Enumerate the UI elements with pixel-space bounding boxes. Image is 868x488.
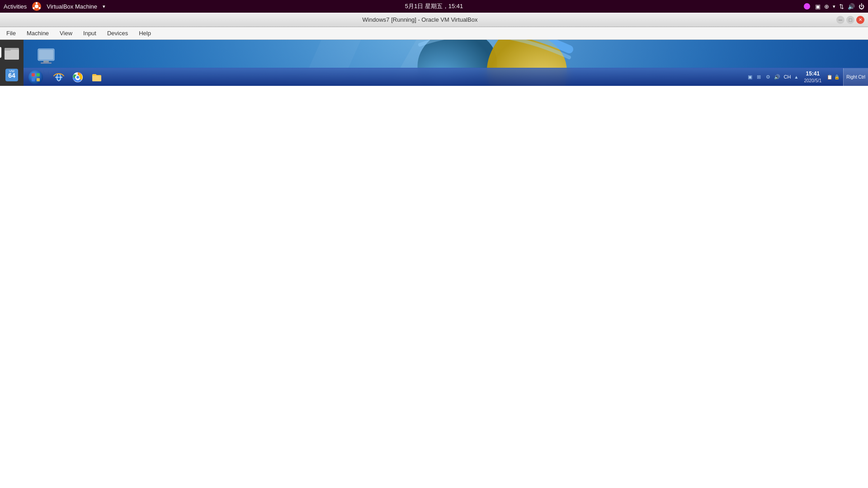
magenta-indicator-icon (803, 2, 811, 10)
svg-rect-39 (32, 73, 35, 76)
machine-dropdown-arrow[interactable]: ▾ (103, 4, 105, 9)
ubuntu-power-icon: ⏻ (859, 3, 864, 10)
vbox-titlebar: Windows7 [Running] - Oracle VM VirtualBo… (0, 13, 868, 27)
taskbar-chrome-button[interactable] (69, 69, 87, 86)
ubuntu-sidebar: 64 VM (0, 40, 24, 86)
svg-rect-23 (43, 61, 49, 62)
tray-icon-2: ⊞ (755, 73, 763, 80)
svg-point-3 (39, 7, 41, 9)
vbox-title: Windows7 [Running] - Oracle VM VirtualBo… (363, 16, 478, 23)
vbox-restore-button[interactable]: □ (846, 16, 854, 24)
tray-icon-3: ⚙ (764, 73, 772, 80)
svg-rect-7 (5, 50, 19, 60)
ubuntu-datetime: 5月1日 星期五，15:41 (405, 3, 463, 9)
svg-rect-40 (37, 73, 40, 76)
ubuntu-logo-icon (32, 2, 41, 11)
ubuntu-topbar: Activities VirtualBox Machine ▾ 5月1日 星期五… (0, 0, 868, 13)
svg-point-5 (804, 3, 810, 9)
svg-text:VM: VM (9, 69, 14, 73)
menu-machine[interactable]: Machine (22, 29, 53, 38)
taskbar-pinned-apps (48, 69, 108, 86)
menu-file[interactable]: File (2, 29, 20, 38)
win7-desktop: 计算机 回收站 (24, 40, 868, 86)
taskbar-start-button[interactable] (24, 68, 48, 86)
taskbar-ie-button[interactable] (50, 69, 68, 86)
vbox-minimize-button[interactable]: ─ (836, 16, 844, 24)
svg-rect-24 (41, 62, 52, 64)
svg-point-38 (28, 70, 43, 84)
svg-rect-41 (32, 78, 35, 81)
tray-icon-6: 🔒 (834, 75, 840, 80)
vbox-close-button[interactable]: ✕ (856, 16, 864, 24)
activities-button[interactable]: Activities (4, 3, 27, 10)
taskbar-date: 2020/5/1 (804, 78, 821, 84)
svg-rect-42 (37, 78, 40, 81)
svg-point-48 (76, 76, 79, 79)
svg-rect-8 (5, 48, 11, 51)
sidebar-app-files[interactable] (1, 42, 22, 63)
taskbar-clock: 15:41 2020/5/1 (800, 70, 825, 84)
tray-icon-5: 📋 (827, 75, 832, 80)
ubuntu-volume-icon: 🔊 (848, 3, 855, 10)
taskbar-time: 15:41 (804, 70, 821, 78)
tray-icon-1: ▣ (746, 73, 754, 80)
svg-point-4 (33, 7, 35, 9)
main-content: 64 VM (0, 40, 868, 86)
vbox-menubar: File Machine View Input Devices Help (0, 27, 868, 40)
menu-devices[interactable]: Devices (103, 29, 132, 38)
taskbar-system-tray: ▣ ⊞ ⚙ 🔊 CH ▲ 15:41 2020/5/1 📋 🔒 (743, 70, 844, 84)
tray-lang-indicator[interactable]: CH (783, 74, 793, 80)
taskbar-folder-button[interactable] (88, 69, 106, 86)
svg-rect-22 (39, 50, 53, 60)
ubuntu-tray-icon1: ▣ (815, 3, 821, 10)
machine-title[interactable]: VirtualBox Machine (47, 3, 97, 10)
ubuntu-tray-icon2: ⊕ (824, 3, 829, 10)
ubuntu-network-icon: ⇅ (839, 3, 844, 10)
svg-point-1 (35, 5, 38, 8)
tray-icon-4: 🔊 (774, 73, 781, 80)
taskbar-right-ctrl-label: Right Ctrl (843, 68, 868, 86)
tray-arrow-up-icon: ▲ (794, 75, 798, 80)
sidebar-app-vbox[interactable]: 64 VM (1, 65, 22, 85)
computer-icon (35, 46, 57, 68)
menu-input[interactable]: Input (79, 29, 101, 38)
ubuntu-tray-arrow-icon: ▾ (833, 4, 835, 9)
win7-taskbar: ▣ ⊞ ⚙ 🔊 CH ▲ 15:41 2020/5/1 📋 🔒 Right (24, 68, 868, 86)
svg-point-2 (36, 2, 38, 4)
menu-help[interactable]: Help (134, 29, 156, 38)
menu-view[interactable]: View (55, 29, 77, 38)
